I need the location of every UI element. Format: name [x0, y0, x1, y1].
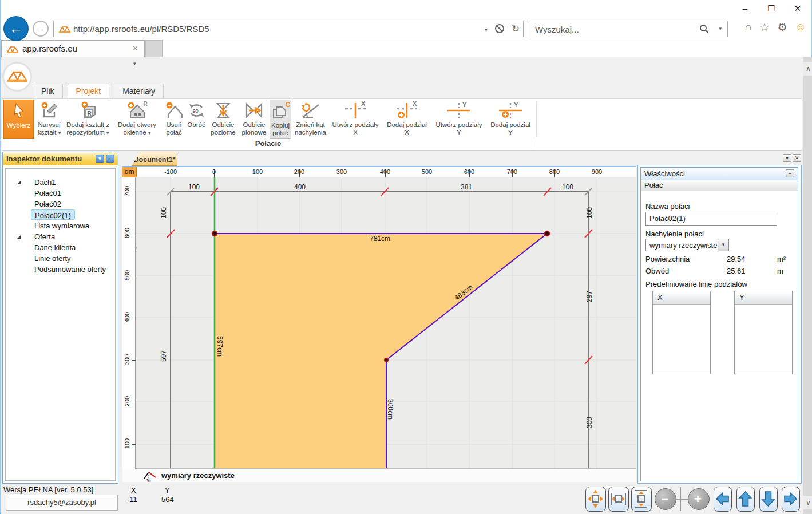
pan-left-button[interactable] [714, 487, 732, 512]
mirror-vertical-button[interactable]: Odbicie pionowe [240, 100, 268, 139]
area-label: Powierzchnia [645, 255, 690, 263]
window-minimize-button[interactable]: – [732, 0, 758, 17]
dim-right-2: 297 [585, 291, 593, 302]
zoom-in-button[interactable]: + [688, 488, 710, 510]
perimeter-value: 25.61 [727, 267, 746, 275]
chevron-down-icon[interactable]: ▾ [718, 239, 728, 251]
minus-icon: – [662, 491, 668, 506]
pan-right-button[interactable] [782, 487, 800, 512]
create-divisions-x-button[interactable]: X Utwórz podziały X [330, 100, 381, 139]
change-slope-angle-button[interactable]: Zmień kąt nachylenia [292, 100, 328, 139]
pan-down-button[interactable] [759, 487, 778, 512]
properties-header[interactable]: – Właściwości [641, 168, 798, 180]
scroll-down-icon[interactable]: ∨ [803, 496, 812, 509]
forward-button[interactable]: → [33, 21, 49, 37]
fit-width-button[interactable] [608, 487, 629, 512]
expander-icon[interactable] [17, 235, 21, 239]
drawing-canvas-area[interactable]: -100 0 100 200 300 400 500 600 700 800 9… [122, 166, 636, 468]
document-close-icon[interactable]: ✕ [793, 154, 801, 162]
tree-item-polac02[interactable]: Połać02 [6, 199, 115, 209]
feedback-smiley-icon[interactable]: ☺ [795, 21, 806, 34]
tree-item-polac02-1[interactable]: Połać02(1) [6, 209, 115, 220]
add-window-openings-button[interactable]: R Dodaj otwory okienne ▾ [112, 100, 162, 139]
divisions-y-icon: Y [433, 101, 485, 121]
search-dropdown-icon[interactable]: ▾ [719, 26, 722, 31]
tree-item-polac01[interactable]: Połać01 [6, 188, 115, 199]
page-scrollbar[interactable]: ∧ ∨ [803, 57, 812, 514]
divisions-x-icon: X [330, 101, 381, 121]
drawing-canvas[interactable] [122, 167, 636, 469]
tree-item-dach1[interactable]: Dach1 [6, 177, 115, 188]
scroll-up-icon[interactable]: ∧ [803, 62, 812, 76]
tab-projekt[interactable]: Projekt [68, 84, 110, 98]
refresh-icon[interactable]: ↻ [512, 23, 520, 36]
slope-name-input[interactable]: Połać02(1) [645, 212, 777, 226]
area-unit: m² [777, 255, 786, 263]
stop-icon[interactable] [494, 23, 505, 34]
svg-text:R: R [87, 110, 92, 117]
properties-section-header: Połać [641, 180, 798, 191]
home-icon[interactable]: ⌂ [745, 21, 751, 34]
new-tab-stub[interactable] [145, 40, 163, 57]
properties-minimize-icon[interactable]: – [786, 169, 794, 177]
quick-access-dropdown-icon[interactable]: ▾ [133, 60, 136, 66]
inspector-minimize-icon[interactable]: – [106, 155, 114, 163]
slope-angle-dropdown[interactable]: wymiary rzeczywiste ▾ [645, 239, 729, 251]
divisions-y-list[interactable]: Y [734, 291, 793, 374]
divisions-x-list[interactable]: X [652, 291, 711, 374]
fit-all-icon [586, 487, 605, 511]
document-list-dropdown-icon[interactable]: ▾ [783, 154, 791, 162]
delete-slope-button[interactable]: Usuń połać [163, 100, 185, 139]
tab-plik[interactable]: Plik [33, 84, 63, 98]
search-icon[interactable] [699, 24, 709, 34]
app-logo[interactable] [2, 62, 32, 92]
window-maximize-button[interactable]: ☐ [758, 0, 785, 17]
add-division-x-button[interactable]: X Dodaj podział X [382, 100, 431, 139]
back-button[interactable]: ← [3, 16, 29, 41]
dim-left-2: 597 [160, 350, 168, 362]
perimeter-label: Obwód [645, 267, 669, 275]
tab-close-icon[interactable]: ✕ [132, 44, 138, 53]
inspector-title: Inspektor dokumentu [6, 155, 82, 163]
vertical-ruler[interactable]: 700 600 500 400 300 200 100 [122, 177, 136, 469]
dim-top-1: 100 [188, 183, 200, 191]
inspector-header[interactable]: – ▾ Inspektor dokumentu [3, 152, 118, 165]
copy-slope-button[interactable]: C Kopiuj połać [270, 100, 291, 139]
add-division-y-button[interactable]: Y Dodaj podział Y [486, 100, 534, 139]
tree-item-dane-klienta[interactable]: Dane klienta [6, 242, 115, 253]
tree-item-podsumowanie-oferty[interactable]: Podsumowanie oferty [6, 264, 115, 275]
roof-slope-polygon[interactable] [215, 234, 547, 469]
fit-height-button[interactable] [631, 487, 652, 512]
zoom-out-button[interactable]: – [655, 488, 676, 510]
pan-up-button[interactable] [736, 487, 755, 512]
horizontal-ruler[interactable]: -100 0 100 200 300 400 500 600 700 800 9… [122, 167, 636, 177]
ruler-x-label: 300 [336, 168, 347, 175]
svg-text:R: R [143, 101, 148, 107]
settings-gear-icon[interactable]: ⚙ [778, 21, 787, 34]
expander-icon[interactable] [17, 180, 21, 184]
tab-materialy[interactable]: Materiały [114, 84, 164, 98]
tree-item-linie-oferty[interactable]: Linie oferty [6, 253, 115, 264]
create-divisions-y-button[interactable]: Y Utwórz podziały Y [433, 100, 485, 139]
document-tab[interactable]: Document1* [132, 153, 177, 166]
favorites-star-icon[interactable]: ☆ [760, 21, 770, 34]
rotate-button[interactable]: 90° Obróć [186, 100, 207, 139]
properties-title: Właściwości [644, 169, 685, 178]
rotate-90-icon: 90° [186, 101, 207, 121]
address-dropdown-icon[interactable]: ▾ [485, 23, 488, 36]
search-box[interactable]: Wyszukaj... ▾ [529, 21, 728, 37]
add-shape-from-repository-button[interactable]: R Dodaj kształt z repozytorium ▾ [65, 100, 111, 139]
mirror-horizontal-button[interactable]: Odbicie poziome [208, 100, 239, 139]
select-button[interactable]: Wybierz [3, 100, 34, 139]
browser-tab[interactable]: app.rsroofs.eu ✕ [1, 40, 145, 57]
tree-item-oferta[interactable]: Oferta [6, 231, 115, 242]
inspector-collapse-icon[interactable]: ▾ [96, 155, 104, 163]
dim-top-4: 100 [562, 183, 573, 191]
address-bar[interactable]: http://app.rsroofs.eu/pl/RSD5/RSD5 ▾ ↻ [53, 21, 524, 37]
draw-shape-button[interactable]: Narysuj kształt ▾ [35, 100, 64, 139]
tree-item-lista-wymiarowa[interactable]: Lista wymiarowa [6, 220, 115, 231]
window-close-button[interactable]: ✕ [785, 0, 811, 17]
ruler-y-label: 200 [124, 393, 130, 410]
fit-all-button[interactable] [585, 487, 606, 512]
slope-angle-label: Nachylenie połaci [645, 230, 704, 238]
